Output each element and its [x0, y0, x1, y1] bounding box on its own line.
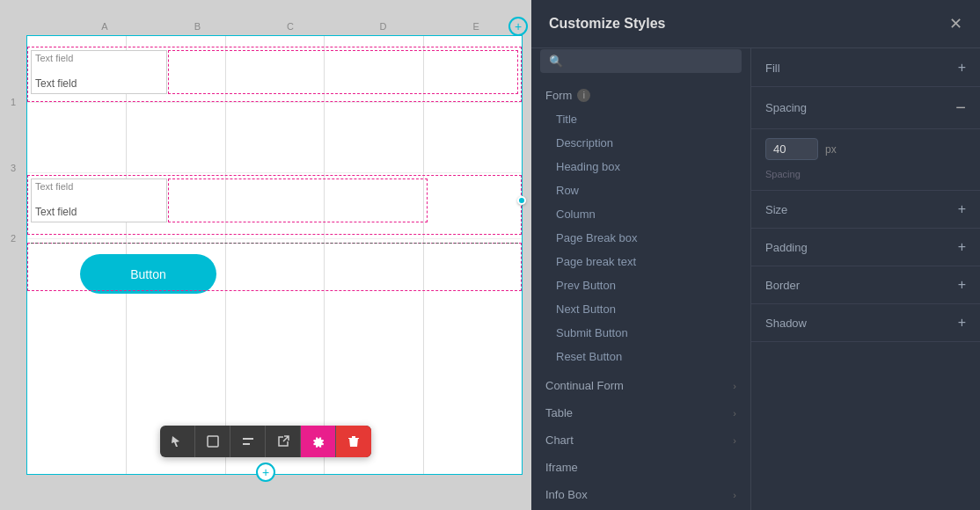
info-icon: i — [577, 89, 590, 102]
nav-item-page-break-box[interactable]: Page Break box — [531, 226, 750, 250]
spacing-value-input[interactable] — [765, 138, 818, 160]
nav-item-row[interactable]: Row — [531, 178, 750, 202]
row-num-1: 1 — [11, 97, 16, 107]
toolbar-align-btn[interactable] — [230, 426, 266, 457]
size-label: Size — [765, 203, 787, 216]
spacing-sub-label: Spacing — [765, 169, 801, 179]
svg-rect-1 — [208, 436, 218, 447]
shadow-toggle[interactable]: + — [958, 315, 966, 331]
right-panel: Customize Styles ✕ 🔍 Form i Title Descri… — [531, 0, 980, 510]
element-toolbar — [160, 426, 371, 457]
prop-padding: Padding + — [751, 229, 980, 266]
fill-toggle[interactable]: + — [958, 60, 966, 76]
nav-item-prev-button[interactable]: Prev Button — [531, 273, 750, 297]
nav-category-chart[interactable]: Chart › — [531, 426, 750, 454]
nav-item-heading-box[interactable]: Heading box — [531, 155, 750, 178]
shadow-label: Shadow — [765, 317, 807, 330]
col-b: B — [151, 21, 245, 32]
selection-span-1 — [168, 50, 518, 94]
text-field-2[interactable]: Text field Text field — [31, 178, 167, 222]
row-num-3: 3 — [11, 163, 16, 173]
add-row-bottom-button[interactable]: + — [256, 463, 275, 482]
iframe-label: Iframe — [545, 461, 578, 474]
col-c: C — [244, 21, 337, 32]
form-section-label: Form — [545, 89, 572, 102]
nav-category-iframe[interactable]: Iframe — [531, 454, 750, 481]
text-field-2-value: Text field — [35, 206, 77, 218]
toolbar-select-btn[interactable] — [160, 426, 195, 457]
fill-label: Fill — [765, 62, 780, 75]
toolbar-delete-btn[interactable] — [336, 426, 371, 457]
text-field-1[interactable]: Text field Text field — [31, 50, 167, 94]
spacing-label: Spacing — [765, 101, 807, 114]
nav-item-column[interactable]: Column — [531, 202, 750, 226]
prop-border: Border + — [751, 266, 980, 304]
search-bar: 🔍 — [540, 49, 742, 73]
text-field-2-label: Text field — [35, 181, 73, 192]
row-num-2: 2 — [11, 233, 16, 244]
svg-rect-3 — [243, 443, 250, 445]
padding-toggle[interactable]: + — [958, 239, 966, 255]
dashed-divider — [31, 243, 518, 244]
close-button[interactable]: ✕ — [949, 14, 962, 33]
nav-item-reset-button[interactable]: Reset Button — [531, 345, 750, 368]
hline-3 — [27, 238, 522, 239]
style-panel-header: Customize Styles ✕ — [531, 0, 980, 48]
add-column-button[interactable]: + — [508, 17, 528, 36]
search-input[interactable] — [568, 55, 733, 68]
nav-item-submit-button[interactable]: Submit Button — [531, 321, 750, 345]
prop-spacing-header: Spacing − — [751, 87, 980, 129]
prop-shadow: Shadow + — [751, 304, 980, 342]
svg-rect-2 — [243, 438, 253, 440]
nav-category-table[interactable]: Table › — [531, 399, 750, 426]
nav-panel: 🔍 Form i Title Description Heading box R… — [531, 0, 751, 510]
border-label: Border — [765, 279, 800, 292]
search-icon: 🔍 — [549, 55, 563, 68]
info-box-label: Info Box — [545, 488, 588, 501]
chart-arrow: › — [733, 435, 736, 446]
border-toggle[interactable]: + — [958, 277, 966, 293]
nav-item-page-break-text[interactable]: Page break text — [531, 250, 750, 273]
spacing-input-row: px — [765, 138, 966, 160]
hline-2 — [27, 172, 522, 173]
text-field-1-value: Text field — [35, 77, 77, 90]
toolbar-resize-btn[interactable] — [195, 426, 230, 457]
nav-category-continual-form[interactable]: Continual Form › — [531, 372, 750, 399]
nav-item-description[interactable]: Description — [531, 131, 750, 155]
col-d: D — [337, 21, 430, 32]
nav-category-info-box[interactable]: Info Box › — [531, 481, 750, 508]
prop-fill: Fill + — [751, 49, 980, 87]
svg-rect-4 — [348, 438, 359, 439]
form-section-header: Form i — [531, 84, 750, 107]
prop-size: Size + — [751, 191, 980, 229]
hline-1 — [27, 102, 522, 103]
continual-form-arrow: › — [733, 381, 736, 391]
toolbar-settings-btn[interactable] — [301, 426, 336, 457]
canvas-inner: Form Text field Text field Text field Te… — [26, 35, 523, 475]
spacing-unit: px — [825, 143, 837, 156]
nav-item-title[interactable]: Title — [531, 107, 750, 131]
column-headers: A B C D E + — [26, 18, 523, 35]
continual-form-label: Continual Form — [545, 379, 624, 392]
col-a: A — [58, 21, 151, 32]
table-label: Table — [545, 406, 573, 419]
form-section: Form i Title Description Heading box Row… — [531, 80, 750, 372]
props-panel: Fill + Spacing − px Spacing Size + Paddi… — [751, 0, 980, 510]
toolbar-external-btn[interactable] — [266, 426, 301, 457]
info-box-arrow: › — [733, 490, 736, 500]
text-field-1-label: Text field — [35, 53, 73, 63]
padding-label: Padding — [765, 241, 808, 254]
spacing-toggle[interactable]: − — [955, 98, 966, 118]
chart-label: Chart — [545, 434, 574, 447]
spacing-section: px Spacing — [751, 129, 980, 191]
canvas-area: A B C D E + 1 2 3 Form Text field Text f… — [0, 0, 531, 510]
nav-item-next-button[interactable]: Next Button — [531, 297, 750, 321]
resize-handle[interactable] — [517, 196, 526, 205]
selection-span-2 — [168, 178, 428, 222]
size-toggle[interactable]: + — [958, 201, 966, 217]
button-element[interactable]: Button — [80, 254, 216, 294]
table-arrow: › — [733, 408, 736, 419]
svg-marker-0 — [172, 436, 179, 447]
style-panel-title: Customize Styles — [549, 16, 665, 32]
